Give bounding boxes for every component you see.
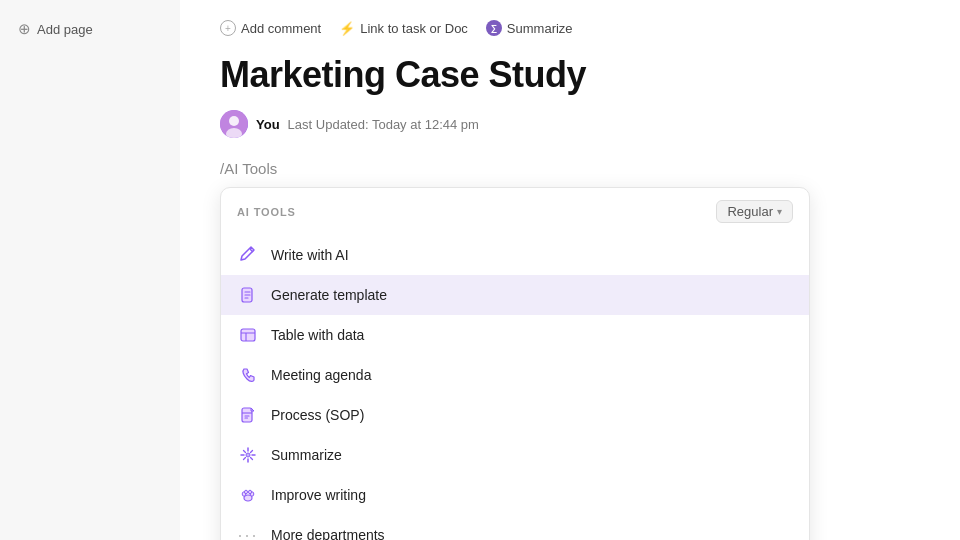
paw-icon: [237, 484, 259, 506]
svg-rect-4: [241, 329, 255, 341]
sparkle-icon: [237, 444, 259, 466]
svg-point-11: [249, 490, 252, 494]
menu-item-generate-template[interactable]: Generate template: [221, 275, 809, 315]
menu-item-label-process-sop: Process (SOP): [271, 407, 364, 423]
link-label: Link to task or Doc: [360, 21, 468, 36]
add-page-label: Add page: [37, 22, 93, 37]
menu-item-label-more-departments: More departments: [271, 527, 385, 540]
menu-item-table-with-data[interactable]: Table with data: [221, 315, 809, 355]
author-name: You: [256, 117, 280, 132]
ai-tools-dropdown: AI TOOLS Regular ▾ Write with AI Generat…: [220, 187, 810, 540]
menu-item-label-improve-writing: Improve writing: [271, 487, 366, 503]
svg-point-10: [245, 490, 248, 494]
add-page-icon: ⊕: [18, 20, 31, 38]
menu-item-process-sop[interactable]: Process (SOP): [221, 395, 809, 435]
avatar: [220, 110, 248, 138]
menu-item-label-summarize: Summarize: [271, 447, 342, 463]
regular-dropdown-button[interactable]: Regular ▾: [716, 200, 793, 223]
menu-item-label-table-with-data: Table with data: [271, 327, 364, 343]
phone-icon: [237, 364, 259, 386]
pencil-icon: [237, 244, 259, 266]
link-button[interactable]: ⚡ Link to task or Doc: [339, 21, 468, 36]
menu-list: Write with AI Generate template Table wi…: [221, 231, 809, 540]
summarize-label: Summarize: [507, 21, 573, 36]
svg-point-1: [229, 116, 239, 126]
menu-item-more-departments[interactable]: ···More departments: [221, 515, 809, 540]
main-content: + Add comment ⚡ Link to task or Doc ∑ Su…: [180, 0, 960, 540]
sidebar: ⊕ Add page: [0, 0, 180, 540]
menu-item-meeting-agenda[interactable]: Meeting agenda: [221, 355, 809, 395]
svg-point-6: [246, 453, 250, 457]
page-title: Marketing Case Study: [220, 54, 920, 96]
ai-tools-label: /AI Tools: [220, 160, 920, 177]
add-comment-button[interactable]: + Add comment: [220, 20, 321, 36]
comment-icon: +: [220, 20, 236, 36]
chevron-down-icon: ▾: [777, 206, 782, 217]
ai-tools-section-label: AI TOOLS: [237, 206, 296, 218]
menu-item-summarize[interactable]: Summarize: [221, 435, 809, 475]
link-icon: ⚡: [339, 21, 355, 36]
menu-item-label-generate-template: Generate template: [271, 287, 387, 303]
last-updated: Last Updated: Today at 12:44 pm: [288, 117, 479, 132]
doc-icon: [237, 404, 259, 426]
dropdown-header: AI TOOLS Regular ▾: [221, 188, 809, 231]
regular-label: Regular: [727, 204, 773, 219]
summarize-button[interactable]: ∑ Summarize: [486, 20, 573, 36]
menu-item-write-with-ai[interactable]: Write with AI: [221, 235, 809, 275]
table-icon: [237, 324, 259, 346]
toolbar: + Add comment ⚡ Link to task or Doc ∑ Su…: [220, 20, 920, 36]
file-icon: [237, 284, 259, 306]
add-comment-label: Add comment: [241, 21, 321, 36]
menu-item-label-write-with-ai: Write with AI: [271, 247, 349, 263]
dots-icon: ···: [237, 524, 259, 540]
menu-item-label-meeting-agenda: Meeting agenda: [271, 367, 371, 383]
add-page-button[interactable]: ⊕ Add page: [12, 16, 99, 42]
author-row: You Last Updated: Today at 12:44 pm: [220, 110, 920, 138]
menu-item-improve-writing[interactable]: Improve writing: [221, 475, 809, 515]
summarize-icon: ∑: [486, 20, 502, 36]
